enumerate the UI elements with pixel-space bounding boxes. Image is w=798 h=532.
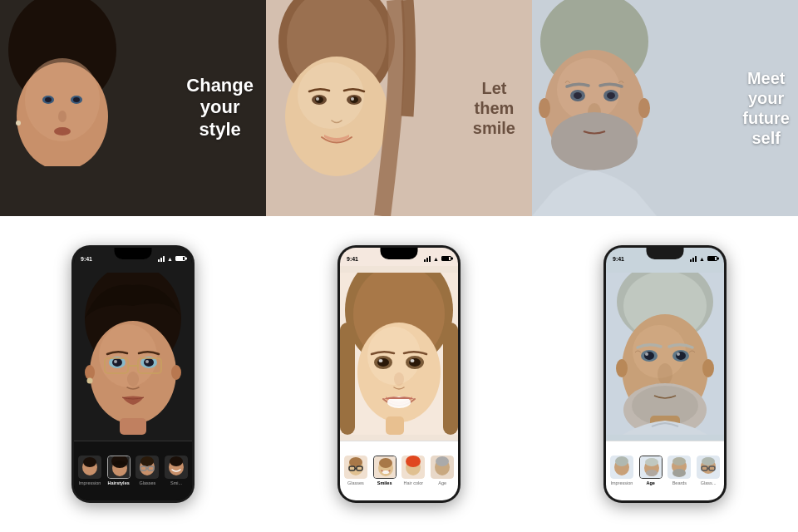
toolbar-item-impression-3[interactable]: Impression [608, 453, 636, 489]
phone-toolbar-2: Glasses Smiles [340, 441, 458, 500]
toolbar-item-smiles-1[interactable]: Smi... [162, 453, 190, 489]
thumb-glasses-1 [135, 456, 159, 479]
toolbar-label-impression-3: Impression [610, 480, 633, 486]
toolbar-label-age-3: Age [646, 480, 654, 486]
phone-face-area-1 [74, 266, 192, 441]
phone-face-area-3 [606, 266, 724, 441]
svg-point-123 [646, 470, 658, 476]
toolbar-label-glasses-3: Glass... [701, 480, 717, 486]
svg-point-20 [145, 360, 149, 363]
phone-1: 9:41 ▲ [71, 245, 195, 503]
svg-point-114 [616, 359, 628, 377]
status-time-3: 9:41 [613, 256, 624, 262]
battery-icon [175, 256, 185, 261]
svg-point-61 [367, 327, 421, 385]
svg-point-22 [85, 365, 95, 380]
svg-point-83 [406, 456, 421, 467]
svg-point-79 [379, 458, 392, 468]
promo-area-2: Let them smile [266, 0, 532, 216]
svg-point-122 [645, 458, 658, 466]
thumb-beards-3 [667, 456, 691, 479]
phone-3: 9:41 ▲ [603, 245, 727, 503]
toolbar-item-glasses-3[interactable]: Glass... [694, 453, 722, 489]
svg-point-66 [379, 359, 383, 362]
svg-point-80 [382, 470, 389, 474]
toolbar-label-age-2: Age [438, 480, 446, 486]
svg-point-127 [672, 469, 686, 477]
svg-point-97 [539, 98, 550, 118]
toolbar-item-age-2[interactable]: Age [428, 453, 456, 489]
battery-icon-2 [441, 256, 451, 261]
battery-icon-3 [707, 256, 717, 261]
thumb-glasses-2 [344, 456, 367, 479]
toolbar-item-beards-3[interactable]: Beards [666, 453, 694, 489]
wifi-icon: ▲ [167, 256, 173, 262]
svg-point-98 [638, 98, 650, 118]
toolbar-label-glasses-2: Glasses [347, 480, 364, 486]
signal-icon-2 [424, 255, 431, 262]
toolbar-label-impression-1: Impression [78, 480, 101, 486]
svg-point-5 [45, 97, 52, 102]
thumb-age-3 [639, 456, 663, 479]
toolbar-label-smiles-1: Smi... [170, 480, 182, 486]
signal-icon-3 [690, 255, 697, 262]
svg-point-9 [16, 121, 21, 126]
svg-point-109 [645, 352, 648, 356]
svg-point-115 [702, 359, 714, 377]
svg-point-31 [83, 457, 96, 467]
status-time-2: 9:41 [347, 256, 358, 262]
svg-point-17 [112, 358, 122, 367]
toolbar-item-glasses-2[interactable]: Glasses [342, 453, 370, 489]
svg-point-126 [672, 457, 686, 466]
thumb-impression-3 [610, 456, 633, 479]
svg-point-18 [144, 358, 154, 367]
svg-rect-25 [120, 418, 146, 435]
svg-point-21 [127, 372, 139, 387]
svg-point-19 [114, 360, 117, 363]
toolbar-item-age-3[interactable]: Age [637, 453, 665, 489]
status-icons-3: ▲ [690, 255, 717, 262]
thumb-haircolor-2 [401, 456, 425, 479]
phone-toolbar-3: Impression Age [606, 441, 724, 500]
thumb-glasses-3 [697, 456, 720, 479]
promo-text-3: Meet your future self [742, 68, 790, 148]
svg-point-86 [436, 456, 449, 466]
wifi-icon-2: ▲ [433, 256, 439, 262]
toolbar-label-smiles-2: Smiles [377, 480, 392, 486]
toolbar-item-smiles-2[interactable]: Smiles [371, 453, 399, 489]
signal-icon [158, 255, 165, 262]
svg-point-96 [551, 112, 638, 170]
toolbar-item-hairstyles-1[interactable]: Hairstyles [105, 453, 133, 489]
status-bar-1: 9:41 ▲ [74, 248, 192, 266]
phone-2: 9:41 ▲ [337, 245, 461, 503]
notch-1 [115, 248, 152, 259]
svg-point-111 [658, 363, 672, 385]
svg-point-94 [607, 92, 615, 99]
notch-3 [647, 248, 684, 259]
toolbar-item-glasses-1[interactable]: Glasses [134, 453, 162, 489]
status-time-1: 9:41 [81, 256, 92, 262]
toolbar-label-glasses-1: Glasses [139, 480, 155, 486]
svg-point-23 [87, 377, 93, 383]
svg-rect-10 [0, 166, 150, 216]
svg-point-8 [54, 127, 71, 135]
svg-rect-59 [443, 323, 458, 435]
status-icons-2: ▲ [424, 255, 451, 262]
promo-text-1: Change your style [186, 75, 254, 140]
phone-area-2: 9:41 ▲ [266, 216, 532, 532]
svg-point-93 [574, 92, 582, 99]
toolbar-item-impression-1[interactable]: Impression [76, 453, 104, 489]
thumb-age-2 [431, 456, 454, 479]
svg-point-68 [394, 372, 404, 386]
toolbar-label-hairstyles-1: Hairstyles [107, 480, 129, 486]
status-bar-2: 9:41 ▲ [340, 248, 458, 266]
thumb-hairstyles-1 [107, 456, 131, 479]
svg-rect-70 [386, 416, 404, 435]
svg-point-53 [316, 97, 319, 101]
svg-rect-58 [340, 323, 355, 435]
status-icons-1: ▲ [158, 255, 185, 262]
svg-point-7 [58, 111, 66, 122]
toolbar-item-haircolor-2[interactable]: Hair color [400, 453, 428, 489]
promo-text-2: Let them smile [473, 78, 515, 138]
panel-change-style: Change your style 9:41 ▲ [0, 0, 266, 532]
